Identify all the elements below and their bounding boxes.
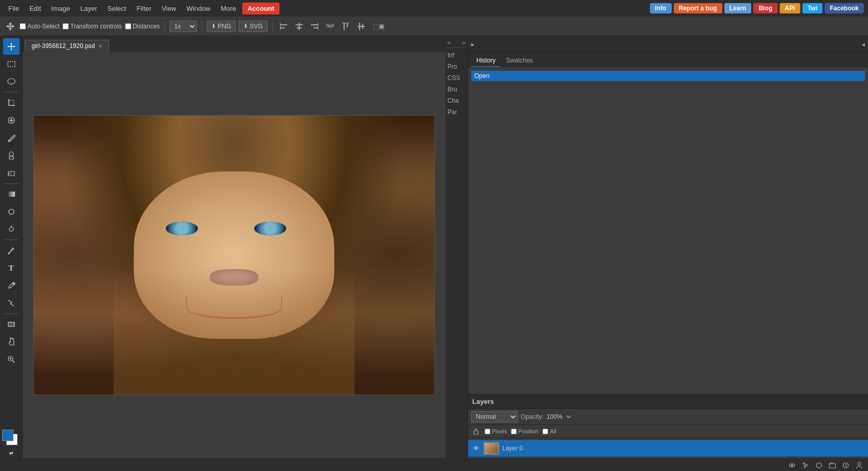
tab-close-button[interactable]: ✕ [98,43,102,49]
brush-tool[interactable] [3,130,20,146]
pixels-checkbox[interactable]: Pixels [485,428,507,434]
layers-controls: Normal MultiplyScreenOverlay Opacity: 10… [468,409,868,425]
info-par-label[interactable]: Par [445,107,468,117]
select-rect-tool[interactable] [3,56,20,72]
status-person-icon[interactable] [855,461,864,470]
align-left-icon[interactable] [277,20,290,33]
opacity-label: Opacity: [521,413,544,420]
zoom-select[interactable]: 1x2x0.5x [169,21,197,32]
hand-tool[interactable] [3,334,20,350]
menu-account[interactable]: Account [242,3,280,14]
menu-window[interactable]: Window [182,3,214,14]
opacity-dropdown-icon[interactable] [566,414,572,420]
heal-tool[interactable] [3,112,20,129]
tab-swatches[interactable]: Swatches [501,55,538,67]
status-circle-icon[interactable] [814,461,824,470]
swap-colors-icon[interactable]: ⇄ [9,450,13,456]
menu-view[interactable]: View [158,3,180,14]
info-pro-label[interactable]: Pro [445,61,468,72]
position-input[interactable] [511,429,517,434]
align-top-icon[interactable] [339,20,352,33]
menu-file[interactable]: File [4,3,23,14]
menu-layer[interactable]: Layer [76,3,102,14]
dodge-tool[interactable] [3,221,20,238]
history-item-open[interactable]: Open [471,71,865,81]
menu-edit[interactable]: Edit [25,3,45,14]
api-button[interactable]: API [780,3,800,13]
lasso-tool[interactable] [3,73,20,90]
layer-thumbnail [484,442,499,454]
info-cha-label[interactable]: Cha [445,96,468,106]
clone-tool[interactable] [3,147,20,164]
panel-expand-btn[interactable]: ◂ [862,41,865,48]
panel-collapse-btn[interactable]: ▸ [471,41,474,48]
rectangle-tool[interactable] [3,316,20,333]
divider-2 [202,21,202,32]
canvas-viewport[interactable] [23,52,445,459]
export-png-button[interactable]: ⬇ PNG [207,21,236,32]
path-select-tool[interactable] [3,295,20,311]
menu-select[interactable]: Select [103,3,130,14]
auto-select-checkbox[interactable]: Auto-Select [20,23,59,30]
gradient-tool[interactable] [3,186,20,202]
foreground-color-swatch[interactable] [2,430,13,441]
move-tool-icon[interactable] [4,20,17,33]
info-button[interactable]: Info [650,3,672,13]
pen-tool[interactable] [3,242,20,259]
report-bug-button[interactable]: Report a bug [674,3,722,13]
document-tab[interactable]: girl-3956612_1920.psd ✕ [25,40,109,52]
status-cursor-icon[interactable] [801,461,810,470]
menu-image[interactable]: Image [47,3,74,14]
text-tool[interactable]: T [3,260,20,276]
distances-checkbox[interactable]: Distances [125,23,160,30]
export-svg-button[interactable]: ⬇ SVG [239,21,267,32]
layer-visibility-icon[interactable]: 👁 [471,444,481,453]
position-checkbox[interactable]: Position [511,428,538,434]
pixels-input[interactable] [485,429,490,434]
distances-input[interactable] [125,23,131,29]
layer-item[interactable]: 👁 Layer 0 [468,440,868,457]
align-middle-icon[interactable] [355,20,367,33]
opacity-value: 100% [547,413,563,420]
download-svg-icon: ⬇ [243,23,248,29]
right-eye [254,222,286,236]
all-checkbox[interactable]: All [542,428,556,434]
auto-select-input[interactable] [20,23,26,29]
collapse-left-icon[interactable]: < [447,40,451,46]
transform-controls-checkbox[interactable]: Transform controls [63,23,122,30]
info-bru-label[interactable]: Bru [445,84,468,95]
eraser-tool[interactable] [3,165,20,181]
tool-divider-2 [4,183,19,184]
status-folder-icon[interactable] [828,461,837,470]
info-css-label[interactable]: CSS [445,73,468,83]
move-tool[interactable] [3,38,20,55]
status-history-icon[interactable] [841,461,850,470]
blog-button[interactable]: Blog [753,3,778,13]
tabs-bar: girl-3956612_1920.psd ✕ [23,36,445,52]
doc-icon[interactable]: ⬚▣ [370,20,387,33]
all-input[interactable] [542,429,548,434]
lock-icon[interactable] [471,427,481,436]
color-swatches[interactable] [2,430,21,447]
right-panel-header: ▸ ◂ [468,36,868,53]
transform-controls-input[interactable] [63,23,69,29]
collapse-right-icon[interactable]: > [462,40,466,46]
menu-more[interactable]: More [216,3,240,14]
blur-tool[interactable] [3,203,20,220]
align-right-icon[interactable] [308,20,321,33]
layers-panel: Layers Normal MultiplyScreenOverlay Opac… [468,394,868,459]
tab-history[interactable]: History [471,55,501,67]
learn-button[interactable]: Learn [724,3,752,13]
left-tools-panel: T ⇄ [0,36,23,459]
crop-tool[interactable] [3,95,20,111]
distribute-icon[interactable] [324,20,336,33]
info-inf-label[interactable]: Inf [445,50,468,60]
blend-mode-select[interactable]: Normal MultiplyScreenOverlay [471,411,518,422]
facebook-button[interactable]: Facebook [825,3,864,13]
status-link-icon[interactable] [787,461,797,470]
twitter-button[interactable]: Twi [802,3,823,13]
eyedrop-tool[interactable] [3,277,20,294]
zoom-tool[interactable] [3,351,20,368]
align-center-icon[interactable] [293,20,305,33]
menu-filter[interactable]: Filter [132,3,156,14]
